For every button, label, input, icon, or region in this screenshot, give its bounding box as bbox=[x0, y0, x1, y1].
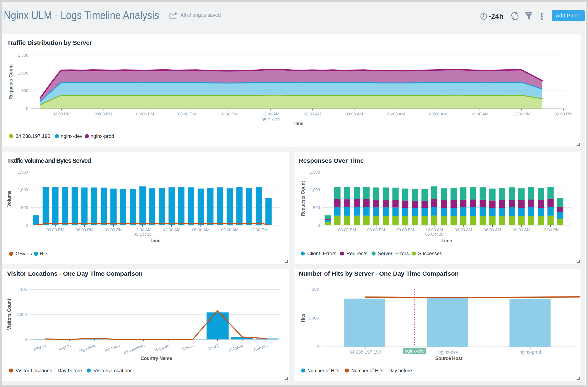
svg-text:Australia: Australia bbox=[104, 343, 121, 353]
svg-text:0: 0 bbox=[318, 223, 320, 228]
svg-text:Argentina: Argentina bbox=[78, 343, 96, 353]
svg-text:Bulgaria: Bulgaria bbox=[228, 343, 244, 352]
svg-text:06:00 PM: 06:00 PM bbox=[367, 228, 385, 232]
svg-text:500: 500 bbox=[21, 88, 28, 93]
svg-text:Canada: Canada bbox=[253, 343, 269, 352]
svg-text:03:00 AM: 03:00 AM bbox=[163, 228, 181, 232]
svg-text:Visitor Locations - One Day Ti: Visitor Locations - One Day Time Compari… bbox=[7, 270, 143, 277]
svg-text:nginx-dev: nginx-dev bbox=[438, 349, 458, 355]
svg-text:03:00 AM: 03:00 AM bbox=[455, 228, 472, 232]
svg-text:Requests Count: Requests Count bbox=[8, 64, 14, 99]
svg-text:10:00 AM: 10:00 AM bbox=[471, 112, 489, 116]
svg-text:10k: 10k bbox=[312, 287, 319, 291]
svg-text:0: 0 bbox=[26, 106, 28, 111]
svg-text:1,000: 1,000 bbox=[18, 71, 28, 75]
svg-text:Redirects: Redirects bbox=[346, 251, 367, 256]
svg-text:nginx-dev: nginx-dev bbox=[405, 348, 424, 354]
svg-text:34.238.197.190: 34.238.197.190 bbox=[16, 133, 50, 139]
svg-text:Number of Hits by Server - One: Number of Hits by Server - One Day Time … bbox=[299, 270, 459, 277]
svg-text:Time: Time bbox=[441, 238, 452, 243]
svg-text:Brazil: Brazil bbox=[208, 343, 219, 351]
svg-text:500: 500 bbox=[21, 205, 28, 210]
svg-text:Time: Time bbox=[150, 238, 160, 243]
svg-text:Visitors Count: Visitors Count bbox=[6, 299, 12, 330]
svg-text:Responses Over Time: Responses Over Time bbox=[299, 157, 364, 164]
svg-text:Client_Errors: Client_Errors bbox=[307, 251, 336, 256]
svg-text:12:00 AM: 12:00 AM bbox=[262, 112, 279, 116]
svg-text:09:00 AM: 09:00 AM bbox=[513, 228, 530, 232]
svg-text:34.238.197.190: 34.238.197.190 bbox=[349, 349, 381, 355]
svg-text:10:00 PM: 10:00 PM bbox=[220, 112, 238, 116]
svg-text:nginx-prod: nginx-prod bbox=[519, 349, 541, 355]
svg-text:03:00 PM: 03:00 PM bbox=[46, 228, 64, 232]
svg-text:04:00 AM: 04:00 AM bbox=[346, 112, 363, 116]
svg-text:12:00 PM: 12:00 PM bbox=[250, 228, 268, 232]
svg-text:03:00 PM: 03:00 PM bbox=[338, 228, 356, 232]
svg-text:06:00 PM: 06:00 PM bbox=[136, 112, 154, 116]
svg-text:Hits: Hits bbox=[300, 314, 306, 322]
svg-text:Requests Count: Requests Count bbox=[300, 181, 306, 216]
svg-text:Bangladesh: Bangladesh bbox=[123, 343, 145, 355]
svg-text:06:00 AM: 06:00 AM bbox=[192, 228, 210, 232]
svg-text:Number of Hits 1 Day before: Number of Hits 1 Day before bbox=[351, 368, 412, 373]
svg-text:06:00 AM: 06:00 AM bbox=[484, 228, 501, 232]
svg-text:12:00 AM: 12:00 AM bbox=[134, 228, 151, 232]
svg-text:TIme: TIme bbox=[293, 121, 303, 126]
svg-text:12:00 PM: 12:00 PM bbox=[513, 112, 530, 116]
svg-text:All changes saved: All changes saved bbox=[180, 12, 221, 18]
svg-text:06:00 AM: 06:00 AM bbox=[387, 112, 405, 116]
svg-text:06:00 PM: 06:00 PM bbox=[76, 228, 93, 232]
svg-text:1,000: 1,000 bbox=[310, 188, 320, 192]
svg-text:12:00 AM: 12:00 AM bbox=[425, 228, 443, 232]
svg-text:10k: 10k bbox=[20, 287, 27, 292]
svg-text:Bolivia: Bolivia bbox=[181, 343, 195, 351]
svg-text:08:00 PM: 08:00 PM bbox=[178, 112, 196, 116]
svg-text:-24h: -24h bbox=[489, 12, 504, 20]
svg-text:1,500: 1,500 bbox=[18, 170, 28, 174]
svg-text:08:00 AM: 08:00 AM bbox=[429, 112, 447, 116]
svg-text:Volume: Volume bbox=[6, 191, 12, 207]
svg-text:Angola: Angola bbox=[57, 343, 71, 352]
svg-text:09:00 AM: 09:00 AM bbox=[221, 228, 239, 232]
svg-text:GBytes: GBytes bbox=[16, 251, 32, 256]
svg-text:0: 0 bbox=[26, 223, 28, 228]
svg-text:Source Host: Source Host bbox=[435, 356, 462, 361]
svg-text:0: 0 bbox=[24, 337, 27, 342]
svg-text:02:00 PM: 02:00 PM bbox=[53, 112, 70, 116]
svg-text:02:00 PM: 02:00 PM bbox=[555, 112, 572, 116]
svg-text:05 Oct 20: 05 Oct 20 bbox=[134, 232, 152, 236]
svg-text:Traffic Volume and Bytes Serve: Traffic Volume and Bytes Served bbox=[7, 157, 91, 164]
svg-text:Country Name: Country Name bbox=[141, 356, 172, 361]
svg-text:09:00 PM: 09:00 PM bbox=[105, 228, 122, 232]
svg-text:Belgium: Belgium bbox=[154, 343, 170, 352]
svg-text:02:00 AM: 02:00 AM bbox=[304, 112, 321, 116]
svg-text:05 Oct 20: 05 Oct 20 bbox=[425, 232, 443, 236]
svg-text:nginx-dev: nginx-dev bbox=[61, 133, 82, 139]
svg-text:nginx-prod: nginx-prod bbox=[91, 133, 114, 139]
svg-text:5,000: 5,000 bbox=[308, 316, 319, 320]
svg-text:Server_Errors: Server_Errors bbox=[378, 251, 409, 256]
svg-text:1,500: 1,500 bbox=[310, 170, 320, 174]
svg-text:5,000: 5,000 bbox=[16, 312, 27, 317]
svg-text:12:00 PM: 12:00 PM bbox=[542, 228, 560, 232]
svg-text:Algeria: Algeria bbox=[33, 343, 47, 352]
svg-text:05 Oct 20: 05 Oct 20 bbox=[262, 117, 280, 122]
svg-text:1,000: 1,000 bbox=[18, 188, 28, 192]
svg-text:Traffic Distribution by Server: Traffic Distribution by Server bbox=[7, 39, 92, 46]
svg-text:Visitors Locations: Visitors Locations bbox=[93, 368, 133, 373]
svg-text:Visitor Locations 1 Day before: Visitor Locations 1 Day before bbox=[16, 368, 82, 373]
svg-text:04:00 PM: 04:00 PM bbox=[94, 112, 112, 116]
svg-text:0: 0 bbox=[316, 345, 319, 349]
svg-text:500: 500 bbox=[313, 205, 320, 210]
svg-text:Successes: Successes bbox=[418, 251, 442, 256]
svg-text:1,500: 1,500 bbox=[18, 53, 28, 58]
svg-text:Hits: Hits bbox=[40, 251, 48, 256]
svg-text:09:00 PM: 09:00 PM bbox=[396, 228, 414, 232]
svg-text:Number of Hits: Number of Hits bbox=[307, 368, 339, 373]
